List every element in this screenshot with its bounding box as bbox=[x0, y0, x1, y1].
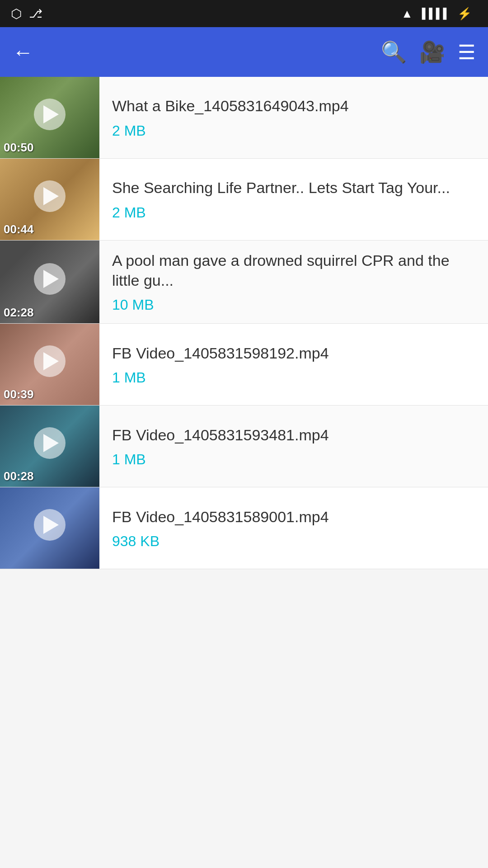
play-triangle-icon bbox=[43, 105, 59, 123]
play-triangle-icon bbox=[43, 516, 59, 534]
video-info: FB Video_1405831589001.mp4 938 KB bbox=[99, 487, 488, 569]
play-button-overlay bbox=[34, 427, 66, 459]
usb-icon: ⬡ bbox=[11, 6, 22, 21]
video-item[interactable]: 00:44 She Searching Life Partner.. Lets … bbox=[0, 159, 488, 241]
video-item[interactable]: 02:28 A pool man gave a drowned squirrel… bbox=[0, 241, 488, 324]
video-info: FB Video_1405831598192.mp4 1 MB bbox=[99, 324, 488, 405]
video-info: What a Bike_1405831649043.mp4 2 MB bbox=[99, 77, 488, 158]
play-button-overlay bbox=[34, 345, 66, 377]
play-triangle-icon bbox=[43, 187, 59, 205]
video-duration: 00:39 bbox=[4, 387, 34, 401]
video-thumbnail: 00:50 bbox=[0, 77, 99, 158]
play-triangle-icon bbox=[43, 434, 59, 452]
filter-button[interactable]: ☰ bbox=[458, 41, 475, 64]
video-thumbnail: 00:39 bbox=[0, 324, 99, 405]
signal-icon: ▐▐▐▐ bbox=[418, 8, 446, 19]
status-left-icons: ⬡ ⎇ bbox=[11, 6, 42, 21]
video-item[interactable]: FB Video_1405831589001.mp4 938 KB bbox=[0, 487, 488, 569]
play-button-overlay bbox=[34, 99, 66, 130]
play-button-overlay bbox=[34, 509, 66, 541]
status-bar: ⬡ ⎇ ▲ ▐▐▐▐ ⚡ bbox=[0, 0, 488, 27]
video-title: She Searching Life Partner.. Lets Start … bbox=[112, 178, 475, 198]
video-info: FB Video_1405831593481.mp4 1 MB bbox=[99, 406, 488, 487]
video-duration: 02:28 bbox=[4, 306, 34, 320]
play-button-overlay bbox=[34, 263, 66, 295]
video-item[interactable]: 00:50 What a Bike_1405831649043.mp4 2 MB bbox=[0, 77, 488, 159]
wifi-icon: ▲ bbox=[401, 7, 413, 21]
video-duration: 00:28 bbox=[4, 469, 34, 483]
video-size: 10 MB bbox=[112, 297, 475, 313]
video-title: What a Bike_1405831649043.mp4 bbox=[112, 96, 475, 116]
usb-symbol: ⎇ bbox=[29, 7, 42, 21]
back-button[interactable]: ← bbox=[13, 40, 33, 64]
play-triangle-icon bbox=[43, 352, 59, 370]
video-duration: 00:50 bbox=[4, 141, 34, 155]
video-size: 938 KB bbox=[112, 533, 475, 550]
video-size: 1 MB bbox=[112, 451, 475, 468]
status-right-info: ▲ ▐▐▐▐ ⚡ bbox=[401, 7, 477, 21]
video-thumbnail: 02:28 bbox=[0, 241, 99, 323]
charging-icon: ⚡ bbox=[457, 7, 472, 21]
video-title: A pool man gave a drowned squirrel CPR a… bbox=[112, 250, 475, 290]
video-list: 00:50 What a Bike_1405831649043.mp4 2 MB… bbox=[0, 77, 488, 569]
video-title: FB Video_1405831589001.mp4 bbox=[112, 507, 475, 527]
video-title: FB Video_1405831598192.mp4 bbox=[112, 343, 475, 363]
video-thumbnail: 00:28 bbox=[0, 406, 99, 487]
video-info: A pool man gave a drowned squirrel CPR a… bbox=[99, 241, 488, 323]
video-duration: 00:44 bbox=[4, 222, 34, 236]
video-thumbnail bbox=[0, 487, 99, 569]
video-size: 2 MB bbox=[112, 204, 475, 221]
search-button[interactable]: 🔍 bbox=[381, 40, 407, 64]
video-item[interactable]: 00:39 FB Video_1405831598192.mp4 1 MB bbox=[0, 324, 488, 406]
video-item[interactable]: 00:28 FB Video_1405831593481.mp4 1 MB bbox=[0, 406, 488, 487]
video-size: 2 MB bbox=[112, 123, 475, 139]
play-button-overlay bbox=[34, 180, 66, 212]
camera-button[interactable]: 🎥 bbox=[419, 40, 445, 64]
video-info: She Searching Life Partner.. Lets Start … bbox=[99, 159, 488, 240]
video-size: 1 MB bbox=[112, 369, 475, 386]
play-triangle-icon bbox=[43, 270, 59, 288]
video-thumbnail: 00:44 bbox=[0, 159, 99, 240]
app-bar: ← 🔍 🎥 ☰ bbox=[0, 27, 488, 77]
video-title: FB Video_1405831593481.mp4 bbox=[112, 425, 475, 445]
